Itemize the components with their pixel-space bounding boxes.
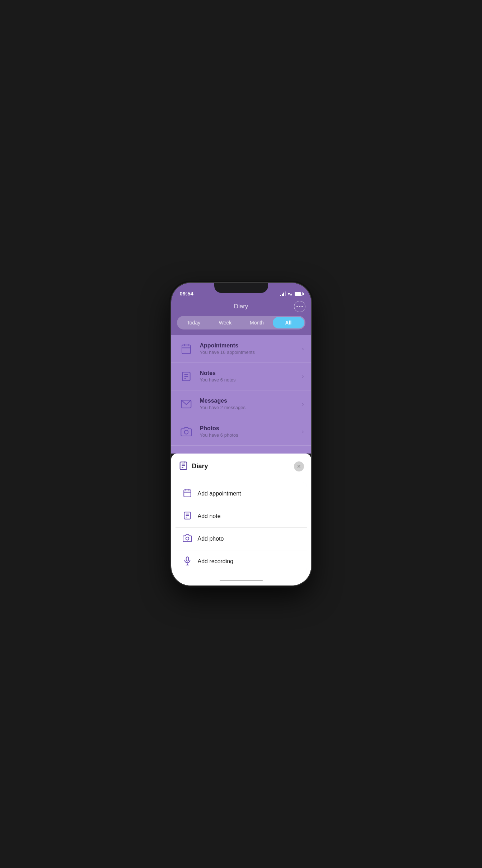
header-title: Diary bbox=[234, 303, 248, 310]
signal-icon bbox=[280, 291, 286, 296]
svg-point-9 bbox=[184, 430, 188, 434]
add-appointment-icon bbox=[183, 488, 192, 499]
notes-text: Notes You have 6 notes bbox=[200, 370, 302, 383]
messages-subtitle: You have 2 messages bbox=[200, 405, 302, 410]
diary-sheet-icon bbox=[178, 461, 188, 472]
home-indicator bbox=[171, 577, 311, 585]
list-item-messages[interactable]: Messages You have 2 messages › bbox=[171, 390, 311, 418]
tab-all[interactable]: All bbox=[273, 317, 304, 328]
add-note-icon bbox=[183, 511, 192, 522]
list-item-notes[interactable]: Notes You have 6 notes › bbox=[171, 363, 311, 390]
bottom-sheet: Diary ✕ bbox=[171, 454, 311, 585]
home-bar bbox=[220, 580, 263, 581]
add-photo-icon bbox=[183, 533, 192, 544]
envelope-icon bbox=[178, 396, 194, 412]
bottom-sheet-header: Diary ✕ bbox=[171, 454, 311, 478]
phone-screen: 09:54 ▾▴ Diary bbox=[171, 283, 311, 585]
tab-container: Today Week Month All bbox=[177, 316, 305, 329]
bottom-sheet-title-row: Diary bbox=[178, 461, 208, 472]
calendar-icon bbox=[178, 341, 194, 357]
tab-bar: Today Week Month All bbox=[171, 316, 311, 335]
wifi-icon: ▾▴ bbox=[288, 291, 292, 297]
main-content: Diary Today Week Month All bbox=[171, 299, 311, 585]
status-icons: ▾▴ bbox=[280, 291, 303, 297]
tab-month[interactable]: Month bbox=[241, 317, 273, 328]
add-photo-item[interactable]: Add photo bbox=[176, 528, 307, 550]
diary-list: Appointments You have 16 appointments › bbox=[171, 335, 311, 454]
app-header: Diary bbox=[171, 299, 311, 316]
messages-chevron: › bbox=[302, 401, 304, 407]
messages-text: Messages You have 2 messages bbox=[200, 398, 302, 410]
list-item-photos[interactable]: Photos You have 6 photos › bbox=[171, 418, 311, 446]
add-recording-label: Add recording bbox=[198, 558, 234, 565]
svg-rect-17 bbox=[184, 490, 191, 497]
notes-title: Notes bbox=[200, 370, 302, 376]
tab-week[interactable]: Week bbox=[210, 317, 241, 328]
add-photo-label: Add photo bbox=[198, 536, 224, 542]
bottom-sheet-title: Diary bbox=[192, 463, 208, 470]
svg-rect-26 bbox=[186, 557, 188, 561]
add-appointment-label: Add appointment bbox=[198, 490, 241, 497]
list-item-recordings[interactable]: Recordings You have 2 recordings › bbox=[171, 446, 311, 454]
add-recording-icon bbox=[183, 556, 192, 567]
appointments-text: Appointments You have 16 appointments bbox=[200, 342, 302, 355]
sheet-action-list: Add appointment Add note bbox=[176, 483, 307, 573]
close-button[interactable]: ✕ bbox=[294, 461, 304, 471]
add-note-label: Add note bbox=[198, 513, 221, 520]
notch bbox=[214, 283, 268, 293]
notes-subtitle: You have 6 notes bbox=[200, 377, 302, 383]
notes-icon bbox=[178, 369, 194, 384]
appointments-subtitle: You have 16 appointments bbox=[200, 350, 302, 355]
messages-title: Messages bbox=[200, 398, 302, 404]
phone-frame: 09:54 ▾▴ Diary bbox=[171, 283, 311, 585]
add-appointment-item[interactable]: Add appointment bbox=[176, 483, 307, 505]
photos-text: Photos You have 6 photos bbox=[200, 425, 302, 438]
svg-point-25 bbox=[186, 537, 189, 540]
photos-chevron: › bbox=[302, 428, 304, 435]
appointments-title: Appointments bbox=[200, 342, 302, 349]
menu-button[interactable] bbox=[294, 301, 305, 312]
photos-title: Photos bbox=[200, 425, 302, 432]
add-note-item[interactable]: Add note bbox=[176, 505, 307, 528]
appointments-chevron: › bbox=[302, 346, 304, 352]
photos-subtitle: You have 6 photos bbox=[200, 432, 302, 438]
battery-icon bbox=[295, 292, 303, 296]
list-item-appointments[interactable]: Appointments You have 16 appointments › bbox=[171, 335, 311, 363]
svg-rect-0 bbox=[182, 345, 191, 354]
notes-chevron: › bbox=[302, 373, 304, 380]
status-time: 09:54 bbox=[180, 290, 193, 297]
close-icon: ✕ bbox=[297, 464, 301, 469]
camera-icon bbox=[178, 424, 194, 440]
tab-today[interactable]: Today bbox=[178, 317, 210, 328]
dots-icon bbox=[296, 306, 303, 307]
add-recording-item[interactable]: Add recording bbox=[176, 550, 307, 573]
